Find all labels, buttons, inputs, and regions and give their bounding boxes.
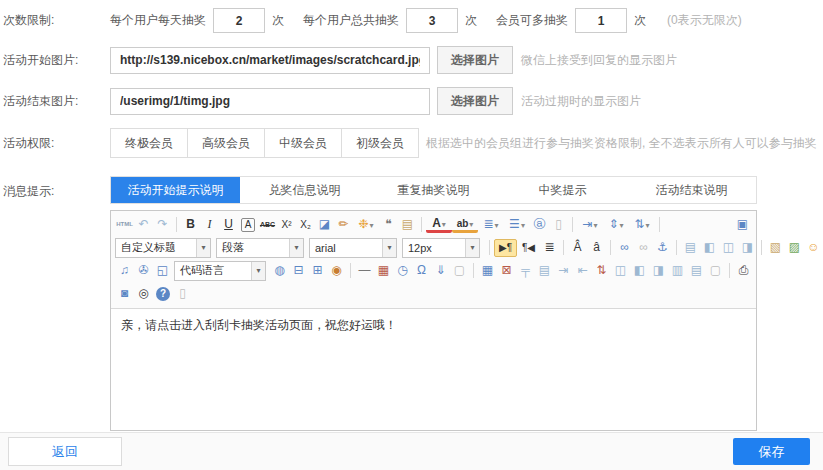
split-cell-icon[interactable]: ⇅ xyxy=(592,262,611,280)
font-family-select[interactable]: arial ▾ xyxy=(309,238,397,258)
paste-plain-icon[interactable]: ▤ xyxy=(398,216,417,234)
insert-row-icon[interactable]: ◫ xyxy=(611,262,630,280)
table-title-row-icon[interactable]: ▤ xyxy=(535,262,554,280)
tab-repeat-draw-note[interactable]: 重复抽奖说明 xyxy=(369,177,498,203)
strikethrough-icon[interactable]: ABC xyxy=(258,216,277,234)
attachment-icon[interactable]: ✇ xyxy=(134,262,153,280)
special-chars-icon[interactable]: Ω xyxy=(412,262,431,280)
uppercase-icon[interactable]: Â xyxy=(568,239,587,257)
bold-icon[interactable]: B xyxy=(181,216,200,234)
end-image-url-input[interactable] xyxy=(110,88,430,115)
undo-icon[interactable]: ↶ xyxy=(134,216,153,234)
tab-activity-end-note[interactable]: 活动结束说明 xyxy=(627,177,756,203)
member-senior-button[interactable]: 高级会员 xyxy=(187,128,265,158)
start-image-hint: 微信上接受到回复的显示图片 xyxy=(521,52,677,69)
underline-icon[interactable]: U xyxy=(219,216,238,234)
paste-icon[interactable]: ▯ xyxy=(173,285,192,303)
insert-table-icon[interactable]: ▦ xyxy=(478,262,497,280)
time-icon[interactable]: ◷ xyxy=(393,262,412,280)
start-image-label: 活动开始图片: xyxy=(3,52,110,69)
end-image-pick-button[interactable]: 选择图片 xyxy=(437,87,513,115)
unordered-list-icon[interactable]: ☰ xyxy=(504,216,530,234)
tab-redeem-info[interactable]: 兑奖信息说明 xyxy=(240,177,369,203)
preview-screen-icon[interactable]: ▣ xyxy=(733,216,752,234)
paragraph-spacing-icon[interactable]: ⇕ xyxy=(603,216,629,234)
tab-win-notice[interactable]: 中奖提示 xyxy=(498,177,627,203)
insert-col-icon[interactable]: ◧ xyxy=(630,262,649,280)
horizontal-rule-icon[interactable]: — xyxy=(355,262,374,280)
member-junior-button[interactable]: 初级会员 xyxy=(341,128,419,158)
font-size-select[interactable]: 12px ▾ xyxy=(402,238,480,258)
paragraph-format-icon[interactable]: ≣ xyxy=(540,239,559,257)
member-ultimate-button[interactable]: 终极会员 xyxy=(110,128,188,158)
font-color-icon[interactable]: A xyxy=(426,217,452,233)
insert-anchor-icon[interactable]: ⓐ xyxy=(530,216,549,234)
image-align-default-icon[interactable]: ▤ xyxy=(681,239,700,257)
auto-typeset-icon[interactable]: ❉ xyxy=(353,216,379,234)
help-icon[interactable]: ? xyxy=(156,287,170,301)
music-icon[interactable]: ♫ xyxy=(115,262,134,280)
tab-activity-start-note[interactable]: 活动开始提示说明 xyxy=(111,177,240,203)
editor-content[interactable]: 亲，请点击进入刮刮卡抽奖活动页面，祝您好运哦！ xyxy=(111,309,756,430)
total-draws-input[interactable] xyxy=(406,8,458,33)
print-icon[interactable]: ⎙ xyxy=(734,262,753,280)
snapshot-icon[interactable]: ◉ xyxy=(327,262,346,280)
start-image-url-input[interactable] xyxy=(110,47,430,74)
split-rows-icon[interactable]: ▥ xyxy=(668,262,687,280)
merge-down-icon[interactable]: ⇤ xyxy=(573,262,592,280)
pagebreak-icon[interactable]: ⊟ xyxy=(289,262,308,280)
map-icon[interactable]: ◍ xyxy=(270,262,289,280)
superscript-icon[interactable]: X² xyxy=(277,216,296,234)
insert-image-icon[interactable]: ▧ xyxy=(766,239,785,257)
redo-icon[interactable]: ↷ xyxy=(153,216,172,234)
split-cols-icon[interactable]: ▤ xyxy=(687,262,706,280)
start-image-pick-button[interactable]: 选择图片 xyxy=(437,46,513,74)
clear-doc-icon[interactable]: ▯ xyxy=(549,216,568,234)
member-extra-draws-input[interactable] xyxy=(575,8,627,33)
blockquote-icon[interactable]: ❝ xyxy=(379,216,398,234)
doc-template-icon[interactable]: ▢ xyxy=(706,262,725,280)
source-code-icon[interactable]: HTML xyxy=(115,216,134,234)
image-align-left-icon[interactable]: ◧ xyxy=(700,239,719,257)
upload-image-icon[interactable]: ▨ xyxy=(785,239,804,257)
emotion-icon[interactable]: ☺ xyxy=(804,239,823,257)
table-caption-icon[interactable]: ╤ xyxy=(516,262,535,280)
italic-icon[interactable]: I xyxy=(200,216,219,234)
lowercase-icon[interactable]: â xyxy=(587,239,606,257)
line-height-icon[interactable]: ⇅ xyxy=(629,216,655,234)
ordered-list-icon[interactable]: ≣ xyxy=(478,216,504,234)
image-align-right-icon[interactable]: ◨ xyxy=(738,239,757,257)
delete-table-icon[interactable]: ⊠ xyxy=(497,262,516,280)
date-icon[interactable]: ▦ xyxy=(374,262,393,280)
search-preview-icon[interactable]: ◙ xyxy=(115,285,134,303)
char-border-icon[interactable]: A xyxy=(241,218,255,232)
custom-title-select[interactable]: 自定义标题 ▾ xyxy=(115,238,211,258)
merge-right-icon[interactable]: ⇥ xyxy=(554,262,573,280)
indent-icon[interactable]: ⇥ xyxy=(577,216,603,234)
daily-draws-input[interactable] xyxy=(213,8,265,33)
member-group-buttons: 终极会员高级会员中级会员初级会员 xyxy=(110,128,418,158)
merge-cells-icon[interactable]: ◨ xyxy=(649,262,668,280)
anchor-icon[interactable]: ⚓ xyxy=(653,239,672,257)
subscript-icon[interactable]: X₂ xyxy=(296,216,315,234)
editor-row: HTML↶↷BIUAABCX²X₂◪✏❉❝▤Aab≣☰ⓐ▯⇥⇕⇅▣ 自定义标题 … xyxy=(3,210,823,431)
image-transfer-icon[interactable]: ⇓ xyxy=(431,262,450,280)
format-painter-icon[interactable]: ✏ xyxy=(334,216,353,234)
form-icon[interactable]: ▢ xyxy=(450,262,469,280)
link-icon[interactable]: ∞ xyxy=(615,239,634,257)
iframe-icon[interactable]: ⊞ xyxy=(308,262,327,280)
back-button[interactable]: 返回 xyxy=(8,437,122,466)
save-button[interactable]: 保存 xyxy=(733,438,810,465)
find-replace-icon[interactable]: ◎ xyxy=(134,285,153,303)
remove-format-icon[interactable]: ◪ xyxy=(315,216,334,234)
ltr-icon[interactable]: ▶¶ xyxy=(494,239,517,257)
code-language-select[interactable]: 代码语言 ▾ xyxy=(174,261,266,281)
highlight-color-icon[interactable]: ab xyxy=(452,217,478,233)
member-intermediate-button[interactable]: 中级会员 xyxy=(264,128,342,158)
paragraph-format-select[interactable]: 段落 ▾ xyxy=(216,238,304,258)
image-align-center-icon[interactable]: ◫ xyxy=(719,239,738,257)
unlink-icon[interactable]: ∞ xyxy=(634,239,653,257)
rtl-icon[interactable]: ¶◀ xyxy=(517,239,540,257)
insert-code-icon[interactable]: ◱ xyxy=(153,262,172,280)
permissions-label: 活动权限: xyxy=(3,135,110,152)
